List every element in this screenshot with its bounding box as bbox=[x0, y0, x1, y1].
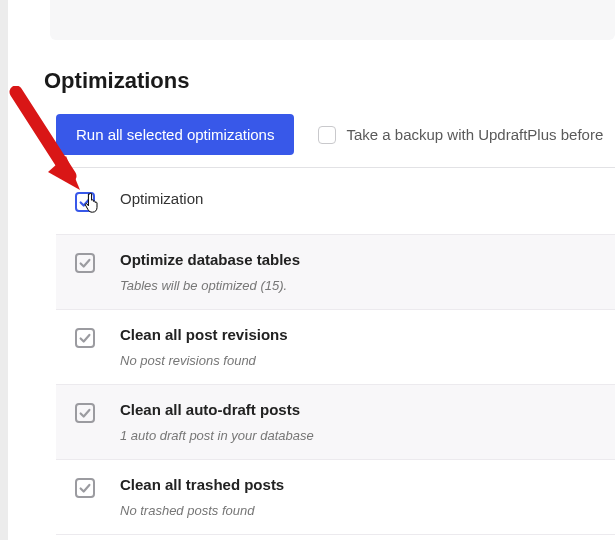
previous-card-bottom bbox=[50, 0, 615, 40]
row-title: Optimize database tables bbox=[120, 251, 597, 268]
row-checkbox[interactable] bbox=[75, 478, 95, 498]
row-checkbox[interactable] bbox=[75, 253, 95, 273]
row-title: Clean all auto-draft posts bbox=[120, 401, 597, 418]
left-rail bbox=[0, 0, 8, 540]
run-all-button[interactable]: Run all selected optimizations bbox=[56, 114, 294, 155]
row-checkbox[interactable] bbox=[75, 403, 95, 423]
table-row: Clean all auto-draft posts 1 auto draft … bbox=[56, 385, 615, 460]
checkmark-icon bbox=[78, 406, 92, 420]
select-all-checkbox[interactable] bbox=[75, 192, 95, 212]
backup-checkbox[interactable] bbox=[318, 126, 336, 144]
row-desc: No trashed posts found bbox=[120, 503, 597, 518]
row-title: Clean all post revisions bbox=[120, 326, 597, 343]
row-desc: 1 auto draft post in your database bbox=[120, 428, 597, 443]
optimizations-table: Optimization Optimize database tables Ta… bbox=[56, 167, 615, 535]
row-desc: No post revisions found bbox=[120, 353, 597, 368]
table-row: Optimize database tables Tables will be … bbox=[56, 235, 615, 310]
row-title: Clean all trashed posts bbox=[120, 476, 597, 493]
backup-checkbox-label[interactable]: Take a backup with UpdraftPlus before bbox=[346, 126, 603, 143]
row-checkbox[interactable] bbox=[75, 328, 95, 348]
table-row: Clean all post revisions No post revisio… bbox=[56, 310, 615, 385]
checkmark-icon bbox=[78, 331, 92, 345]
checkmark-icon bbox=[78, 195, 92, 209]
header-label: Optimization bbox=[120, 190, 597, 207]
row-desc: Tables will be optimized (15). bbox=[120, 278, 597, 293]
section-title: Optimizations bbox=[44, 68, 615, 94]
checkmark-icon bbox=[78, 256, 92, 270]
table-header-row: Optimization bbox=[56, 168, 615, 235]
checkmark-icon bbox=[78, 481, 92, 495]
table-row: Clean all trashed posts No trashed posts… bbox=[56, 460, 615, 535]
